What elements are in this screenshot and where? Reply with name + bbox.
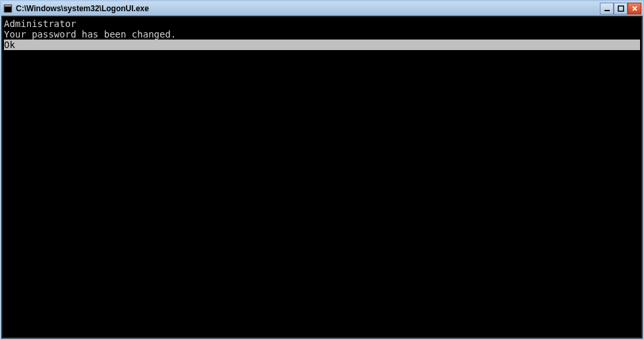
titlebar[interactable]: C:\Windows\system32\LogonUI.exe xyxy=(1,1,643,16)
console-line: Your password has been changed. xyxy=(4,29,640,40)
svg-rect-3 xyxy=(618,6,624,11)
svg-rect-1 xyxy=(5,5,11,7)
maximize-button[interactable] xyxy=(614,3,628,14)
close-button[interactable] xyxy=(628,3,641,14)
svg-rect-2 xyxy=(604,10,610,11)
app-icon xyxy=(3,3,13,14)
console-line-selected[interactable]: Ok xyxy=(4,40,640,50)
window-frame: C:\Windows\system32\LogonUI.exe Administ xyxy=(0,0,644,340)
console-output[interactable]: Administrator Your password has been cha… xyxy=(1,16,643,339)
window-controls xyxy=(600,3,641,14)
window-title: C:\Windows\system32\LogonUI.exe xyxy=(16,4,600,13)
minimize-button[interactable] xyxy=(600,3,614,14)
console-line: Administrator xyxy=(4,18,640,29)
